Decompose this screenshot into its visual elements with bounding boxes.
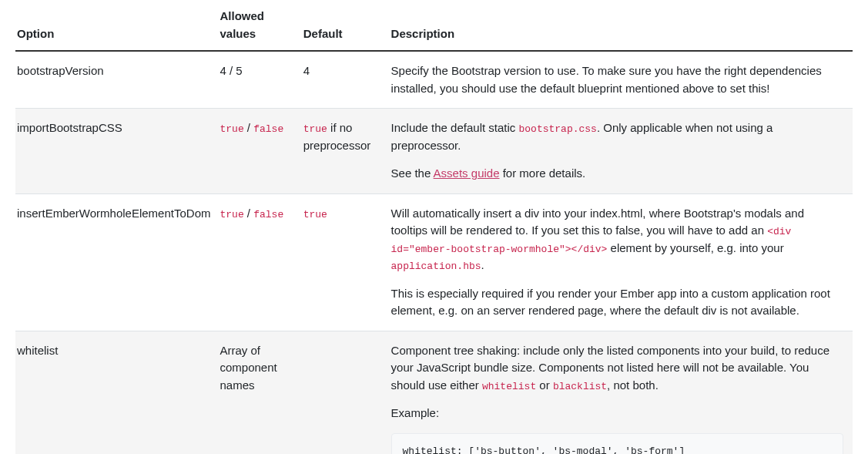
text: for more details.: [500, 166, 586, 180]
text: .: [481, 258, 484, 271]
table-row: bootstrapVersion 4 / 5 4 Specify the Boo…: [15, 51, 853, 109]
code-true: true: [220, 123, 243, 135]
code-true: true: [303, 123, 327, 135]
text: Include the default static: [391, 121, 519, 134]
text: Will automatically insert a div into you…: [391, 207, 804, 237]
text: See the: [391, 166, 434, 180]
description: Component tree shaking: include only the…: [391, 331, 853, 454]
allowed-values: true / false: [220, 109, 303, 194]
code-whitelist: whitelist: [482, 381, 536, 392]
separator: /: [244, 207, 254, 220]
code-filename: application.hbs: [391, 261, 481, 272]
allowed-values: true / false: [220, 193, 303, 331]
code-true: true: [220, 209, 243, 220]
code-false: false: [253, 123, 283, 135]
example-code: whitelist: ['bs-button', 'bs-modal', 'bs…: [403, 446, 685, 455]
header-description: Description: [391, 0, 853, 51]
code-blacklist: blacklist: [553, 381, 607, 392]
options-table: Option Allowed values Default Descriptio…: [15, 0, 853, 454]
code-true: true: [303, 209, 327, 220]
option-name: whitelist: [15, 331, 220, 454]
option-name: bootstrapVersion: [15, 51, 220, 109]
header-allowed: Allowed values: [220, 0, 303, 51]
desc-text: This is especially required if you rende…: [391, 285, 843, 320]
description: Include the default static bootstrap.css…: [391, 109, 853, 194]
assets-guide-link[interactable]: Assets guide: [434, 166, 500, 180]
table-row: importBootstrapCSS true / false true if …: [15, 109, 853, 194]
code-filename: bootstrap.css: [518, 123, 596, 135]
allowed-values: 4 / 5: [220, 51, 303, 109]
table-header-row: Option Allowed values Default Descriptio…: [15, 0, 853, 51]
desc-text: Include the default static bootstrap.css…: [391, 119, 843, 154]
table-row: insertEmberWormholeElementToDom true / f…: [15, 193, 853, 331]
description: Specify the Bootstrap version to use. To…: [391, 51, 853, 109]
description: Will automatically insert a div into you…: [391, 193, 853, 331]
option-name: insertEmberWormholeElementToDom: [15, 193, 220, 331]
desc-text: Specify the Bootstrap version to use. To…: [391, 62, 843, 97]
text: , not both.: [607, 378, 659, 392]
text: or: [536, 378, 553, 392]
header-default: Default: [303, 0, 391, 51]
default-value: [303, 331, 391, 454]
default-value: 4: [303, 51, 391, 109]
option-name: importBootstrapCSS: [15, 109, 220, 194]
header-option: Option: [15, 0, 220, 51]
default-value: true if no preprocessor: [303, 109, 391, 194]
separator: /: [244, 121, 254, 134]
code-block: whitelist: ['bs-button', 'bs-modal', 'bs…: [391, 433, 843, 455]
code-false: false: [253, 209, 283, 220]
allowed-values: Array of component names: [220, 331, 303, 454]
text: element by yourself, e.g. into your: [607, 241, 783, 254]
example-label: Example:: [391, 405, 843, 422]
desc-text: Component tree shaking: include only the…: [391, 342, 843, 395]
default-value: true: [303, 193, 391, 331]
desc-text: See the Assets guide for more details.: [391, 165, 843, 183]
desc-text: Will automatically insert a div into you…: [391, 205, 843, 274]
table-row: whitelist Array of component names Compo…: [15, 331, 853, 454]
